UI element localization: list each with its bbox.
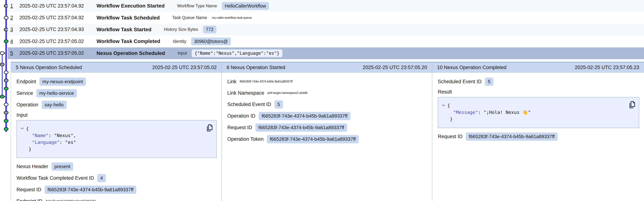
event-timestamp: 2025-02-25 UTC 23:57:04.93 [20, 27, 96, 32]
detail-field: Link Namespace phil-target-namespace2.a2… [227, 89, 427, 97]
detail-field-link[interactable]: 3c0c75ccfa8144b092c13ce632463761 [46, 199, 96, 201]
detail-field-value: f665283f-743e-4374-b45b-9a61a89337ff [259, 112, 350, 120]
event-detail-panel: 6 Nexus Operation Started 2025-02-25 UTC… [222, 62, 432, 201]
copy-icon[interactable] [628, 101, 636, 109]
event-attribute-label: Input [178, 51, 187, 56]
detail-field-label: Scheduled Event ID [227, 102, 271, 107]
payload-section-label: Input [16, 112, 217, 118]
timeline-node-started[interactable] [4, 79, 8, 82]
timeline-node-completed[interactable] [4, 119, 8, 123]
json-line: } [447, 116, 626, 123]
detail-field-value: f665283f-743e-4374-b45b-9a61a89337ff [44, 185, 136, 194]
detail-field-link[interactable]: f665283f-743e-4374-b45b-9a61a89337ff [240, 80, 293, 83]
event-timestamp: 2025-02-25 UTC 23:57:04.92 [20, 15, 96, 21]
timeline-node-scheduled[interactable] [4, 71, 8, 74]
detail-field: Scheduled Event ID 5 [438, 78, 639, 86]
event-name: Workflow Task Scheduled [96, 15, 160, 21]
timeline-node-started[interactable] [4, 111, 8, 114]
panel-timestamp: 2025-02-25 UTC 23:57:05.23 [575, 65, 639, 70]
json-line: } [26, 146, 204, 152]
timeline-node-scheduled[interactable] [4, 103, 8, 106]
event-graph-timeline [0, 0, 8, 201]
detail-field: Operation say-hello [16, 101, 217, 109]
event-attribute-value: {"Name":"Nexus","Language":"es"} [192, 49, 282, 57]
event-row[interactable]: 1 2025-02-25 UTC 23:57:04.92 Workflow Ex… [8, 0, 644, 12]
event-id-link[interactable]: 1 [10, 3, 20, 9]
detail-field-value: my-hello-service [36, 89, 77, 97]
json-line: "Language": "es" [26, 139, 204, 146]
payload-section-label: Result [438, 89, 639, 95]
detail-field: Request ID f665283f-743e-4374-b45b-9a61a… [16, 185, 217, 194]
panel-body: Scheduled Event ID 5 Result {"Message": … [432, 73, 644, 141]
detail-field: Link f665283f-743e-4374-b45b-9a61a89337f… [227, 78, 427, 86]
panel-title: 10 Nexus Operation Completed [437, 65, 506, 70]
chevron-down-icon[interactable] [20, 127, 24, 130]
json-payload: {"Name": "Nexus","Language": "es"} [26, 125, 204, 152]
detail-field-label: Scheduled Event ID [438, 79, 482, 85]
json-text: : "es" [60, 140, 76, 145]
event-attribute-value: 772 [203, 26, 216, 34]
detail-field-value: 4 [97, 174, 106, 182]
copy-icon[interactable] [205, 124, 213, 132]
event-attribute-value: HelloCallerWorkflow [222, 2, 269, 10]
event-id-link[interactable]: 2 [10, 15, 20, 21]
detail-field-label: Workflow Task Completed Event ID [16, 175, 94, 181]
timeline-node-completed[interactable] [0, 95, 4, 98]
detail-field-link[interactable]: phil-target-namespace2.a2dd6 [268, 91, 307, 95]
json-text: } [450, 116, 453, 122]
json-payload: {"Message": "¡Hola! Nexus 👋"} [447, 102, 626, 123]
panel-body: Endpoint my-nexus-endpoint Service my-he… [11, 73, 222, 201]
detail-field: Scheduled Event ID 5 [227, 100, 427, 109]
chevron-down-icon[interactable] [442, 104, 446, 107]
detail-field-label: Service [16, 90, 33, 96]
panel-header: 5 Nexus Operation Scheduled 2025-02-25 U… [11, 62, 222, 73]
json-text: { [26, 126, 29, 131]
event-attribute-link[interactable]: my-caller-workflow-task-queue [212, 16, 252, 20]
json-text: : "Nexus", [48, 133, 76, 138]
json-key: "Language" [32, 140, 60, 145]
payload-code-block: {"Name": "Nexus","Language": "es"} [16, 120, 217, 158]
event-timestamp: 2025-02-25 UTC 23:57:05.02 [20, 39, 96, 44]
json-line: { [26, 125, 204, 132]
event-id-link[interactable]: 3 [10, 27, 20, 32]
detail-field: Operation Token f665283f-743e-4374-b45b-… [227, 135, 427, 143]
json-key: "Name" [32, 133, 48, 138]
event-row[interactable]: 5 2025-02-25 UTC 23:57:05.02 Nexus Opera… [8, 47, 644, 59]
event-attribute-label: History Size Bytes [164, 27, 198, 32]
event-history-table: 1 2025-02-25 UTC 23:57:04.92 Workflow Ex… [8, 0, 644, 59]
panel-header: 10 Nexus Operation Completed 2025-02-25 … [432, 62, 644, 73]
event-row[interactable]: 3 2025-02-25 UTC 23:57:04.93 Workflow Ta… [8, 24, 644, 36]
event-attribute-label: Workflow Type Name [177, 4, 217, 9]
detail-field-label: Operation ID [227, 113, 256, 119]
json-line: { [447, 102, 626, 109]
timeline-node-completed[interactable] [4, 127, 8, 131]
temporal-event-history-view: 1 2025-02-25 UTC 23:57:04.92 Workflow Ex… [0, 0, 644, 201]
panel-timestamp: 2025-02-25 UTC 23:57:05.02 [152, 65, 217, 70]
timeline-node-scheduled[interactable] [0, 52, 4, 55]
event-row[interactable]: 4 2025-02-25 UTC 23:57:05.02 Workflow Ta… [8, 36, 644, 47]
event-row[interactable]: 2 2025-02-25 UTC 23:57:04.92 Workflow Ta… [8, 12, 644, 24]
event-name: Nexus Operation Scheduled [96, 50, 165, 56]
detail-field-label: Endpoint [16, 79, 36, 85]
panel-title: 6 Nexus Operation Started [226, 65, 285, 70]
detail-field-label: Operation [16, 102, 38, 108]
timeline-node-started[interactable] [0, 63, 4, 66]
detail-field: Request ID f665283f-743e-4374-b45b-9a61a… [438, 132, 639, 141]
detail-field-value: say-hello [42, 101, 66, 109]
timeline-node-completed[interactable] [4, 87, 8, 90]
detail-field-label: Link Namespace [227, 90, 264, 96]
json-line: "Message": "¡Hola! Nexus 👋" [447, 109, 626, 116]
panel-header: 6 Nexus Operation Started 2025-02-25 UTC… [222, 62, 432, 73]
panel-body: Link f665283f-743e-4374-b45b-9a61a89337f… [222, 73, 432, 143]
json-key: "Message" [453, 110, 478, 115]
detail-field: Endpoint my-nexus-endpoint [16, 78, 217, 86]
event-detail-panels: 5 Nexus Operation Scheduled 2025-02-25 U… [11, 62, 644, 201]
event-id-link[interactable]: 4 [10, 39, 20, 44]
detail-field-label: Operation Token [227, 136, 264, 142]
event-name: Workflow Task Completed [96, 38, 160, 44]
event-id-link[interactable]: 5 [10, 50, 20, 56]
detail-field-value: f665283f-743e-4374-b45b-9a61a89337ff [267, 135, 359, 143]
detail-field-value: 5 [274, 100, 283, 109]
event-attribute-label: Task Queue Name [172, 15, 207, 20]
detail-field-label: Request ID [16, 187, 41, 192]
